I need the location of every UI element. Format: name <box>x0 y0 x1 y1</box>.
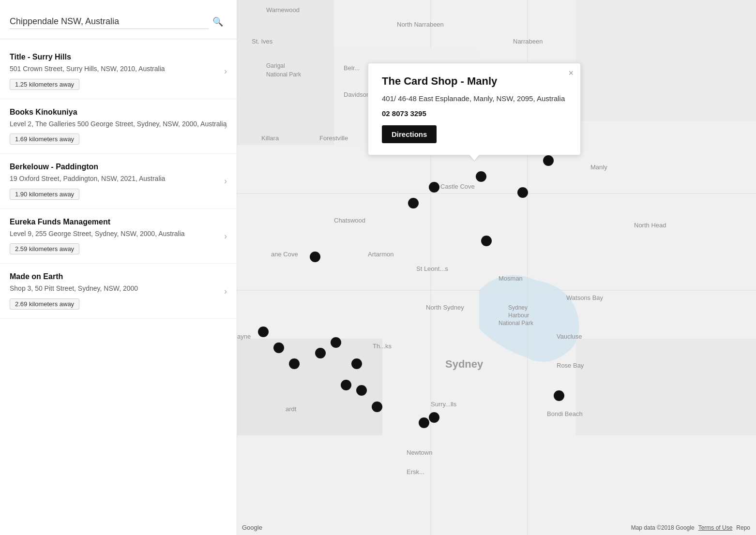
map-marker[interactable] <box>341 380 351 390</box>
location-address: 501 Crown Street, Surry Hills, NSW, 2010… <box>10 64 227 74</box>
svg-text:Warnewood: Warnewood <box>266 6 300 14</box>
svg-text:Th...ks: Th...ks <box>373 342 392 350</box>
popup-close-button[interactable]: × <box>568 68 574 78</box>
search-button[interactable]: 🔍 <box>209 15 227 29</box>
map-marker[interactable] <box>429 182 439 193</box>
map-footer: Map data ©2018 Google Terms of Use Repo <box>631 524 750 531</box>
chevron-right-icon: › <box>224 231 227 241</box>
location-item[interactable]: Made on Earth Shop 3, 50 Pitt Street, Sy… <box>0 264 237 319</box>
svg-text:ayne: ayne <box>237 333 251 340</box>
map-marker[interactable] <box>517 187 528 198</box>
map-panel[interactable]: Warnewood North Narrabeen Narrabeen St. … <box>237 0 756 535</box>
svg-text:ane Cove: ane Cove <box>271 251 298 258</box>
location-item[interactable]: Berkelouw - Paddington 19 Oxford Street,… <box>0 154 237 209</box>
map-data-credit: Map data ©2018 Google <box>631 524 695 531</box>
left-panel: 🔍 Title - Surry Hills 501 Crown Street, … <box>0 0 237 535</box>
map-marker[interactable] <box>419 417 429 428</box>
distance-badge: 1.25 kilometers away <box>10 79 79 90</box>
map-marker[interactable] <box>331 337 341 348</box>
chevron-right-icon: › <box>224 66 227 76</box>
chevron-right-icon: › <box>224 286 227 296</box>
svg-text:Belr...: Belr... <box>344 64 360 72</box>
svg-text:North Narrabeen: North Narrabeen <box>397 21 444 28</box>
svg-text:Sydney: Sydney <box>508 304 528 311</box>
svg-text:Bondi Beach: Bondi Beach <box>547 410 583 417</box>
location-list: Title - Surry Hills 501 Crown Street, Su… <box>0 44 237 319</box>
location-name: Made on Earth <box>10 272 227 281</box>
svg-text:Watsons Bay: Watsons Bay <box>566 294 604 301</box>
location-address: Shop 3, 50 Pitt Street, Sydney, NSW, 200… <box>10 284 227 294</box>
svg-text:Vaucluse: Vaucluse <box>557 333 582 340</box>
svg-text:ardt: ardt <box>286 405 297 413</box>
svg-text:Harbour: Harbour <box>508 312 529 319</box>
location-name: Books Kinokuniya <box>10 108 227 117</box>
location-name: Title - Surry Hills <box>10 53 227 61</box>
svg-text:Killara: Killara <box>261 134 279 142</box>
search-container: 🔍 <box>0 10 237 39</box>
map-marker[interactable] <box>554 390 564 401</box>
svg-text:North Head: North Head <box>634 222 666 229</box>
map-popup: × The Card Shop - Manly 401/ 46-48 East … <box>368 63 581 155</box>
map-marker[interactable] <box>429 412 439 423</box>
map-marker[interactable] <box>351 358 362 369</box>
svg-text:Surry...lls: Surry...lls <box>431 401 457 408</box>
svg-rect-9 <box>576 339 756 435</box>
svg-text:Rose Bay: Rose Bay <box>557 362 584 369</box>
map-marker[interactable] <box>315 348 326 358</box>
map-marker[interactable] <box>356 385 367 396</box>
svg-text:Davidson: Davidson <box>344 91 370 98</box>
svg-text:Garigal: Garigal <box>266 62 285 69</box>
svg-text:Narrabeen: Narrabeen <box>513 38 543 45</box>
svg-text:Artarmon: Artarmon <box>368 251 393 258</box>
distance-badge: 2.59 kilometers away <box>10 243 79 254</box>
popup-address: 401/ 46-48 East Esplanade, Manly, NSW, 2… <box>382 93 567 104</box>
popup-title: The Card Shop - Manly <box>382 75 567 88</box>
distance-badge: 1.69 kilometers away <box>10 134 79 145</box>
distance-badge: 1.90 kilometers away <box>10 189 79 200</box>
svg-text:National Park: National Park <box>499 320 534 327</box>
report-link: Repo <box>736 524 750 531</box>
map-marker[interactable] <box>408 198 419 208</box>
svg-text:National Park: National Park <box>266 71 302 78</box>
location-name: Eureka Funds Management <box>10 218 227 226</box>
location-name: Berkelouw - Paddington <box>10 163 227 171</box>
svg-text:Chatswood: Chatswood <box>334 217 365 224</box>
chevron-right-icon: › <box>224 121 227 131</box>
svg-text:Forestville: Forestville <box>319 134 348 142</box>
search-input[interactable] <box>10 15 209 29</box>
svg-text:Ersk...: Ersk... <box>407 468 424 476</box>
svg-text:North Sydney: North Sydney <box>426 304 464 311</box>
map-marker[interactable] <box>310 252 320 262</box>
svg-text:St. Ives: St. Ives <box>252 38 273 45</box>
map-marker[interactable] <box>481 236 492 246</box>
svg-text:Manly: Manly <box>590 163 607 171</box>
svg-text:Sydney: Sydney <box>445 358 484 370</box>
map-marker[interactable] <box>258 327 269 337</box>
svg-text:Castle Cove: Castle Cove <box>440 183 475 190</box>
distance-badge: 2.69 kilometers away <box>10 298 79 310</box>
location-address: Level 9, 255 George Street, Sydney, NSW,… <box>10 229 227 239</box>
map-marker[interactable] <box>273 342 284 353</box>
terms-of-use-link[interactable]: Terms of Use <box>698 524 733 531</box>
svg-rect-8 <box>576 0 756 121</box>
location-item[interactable]: Eureka Funds Management Level 9, 255 Geo… <box>0 209 237 264</box>
location-address: Level 2, The Galleries 500 George Street… <box>10 119 227 129</box>
location-address: 19 Oxford Street, Paddington, NSW, 2021,… <box>10 174 227 184</box>
svg-text:Newtown: Newtown <box>407 449 432 456</box>
svg-text:Google: Google <box>242 524 262 531</box>
popup-phone: 02 8073 3295 <box>382 109 567 118</box>
map-marker[interactable] <box>476 171 486 182</box>
svg-text:Mosman: Mosman <box>499 275 523 282</box>
location-item[interactable]: Title - Surry Hills 501 Crown Street, Su… <box>0 44 237 99</box>
chevron-right-icon: › <box>224 176 227 186</box>
map-marker[interactable] <box>289 358 300 369</box>
svg-text:St Leont...s: St Leont...s <box>416 265 448 272</box>
location-item[interactable]: Books Kinokuniya Level 2, The Galleries … <box>0 99 237 154</box>
directions-button[interactable]: Directions <box>382 125 437 143</box>
map-marker[interactable] <box>543 155 554 166</box>
map-marker[interactable] <box>372 401 382 412</box>
